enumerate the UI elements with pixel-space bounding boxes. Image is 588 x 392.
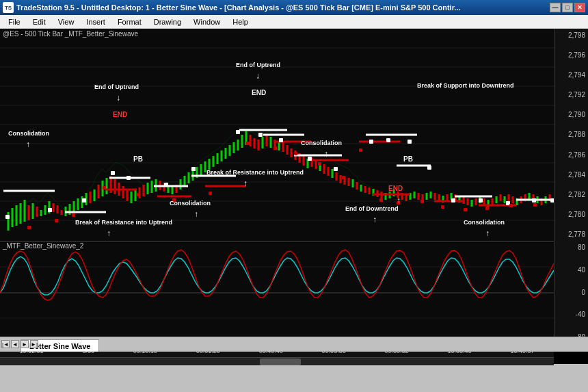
svg-rect-193 [246,142,250,145]
svg-rect-178 [386,138,390,142]
svg-rect-170 [164,183,168,187]
svg-rect-166 [48,208,52,212]
osc-neg40: -40 [556,311,587,318]
price-chart-svg [0,29,554,241]
svg-rect-180 [427,166,431,170]
y-axis-price: 2,798 2,796 2,794 2,792 2,790 2,788 2,78… [554,29,588,241]
chart-label: @ES - 500 Tick Bar _MTF_Better_Sinewave [3,30,138,38]
annotation-end-uptrend-1: End of Uptrend [94,83,139,90]
svg-rect-173 [258,133,263,137]
menu-file[interactable]: File [3,16,26,27]
oscillator-svg [0,241,554,343]
svg-rect-179 [407,140,412,144]
window-title: TradeStation 9.5 - Untitled Desktop: 1 -… [16,3,550,12]
window-controls[interactable]: — □ ✕ [550,3,585,12]
svg-rect-169 [126,176,131,180]
main-chart[interactable]: Consolidation ↑ Break of Resistance into… [0,29,554,241]
maximize-button[interactable]: □ [562,3,573,12]
arrow-end-downtrend: ↑ [373,215,377,224]
svg-rect-195 [294,152,297,155]
close-button[interactable]: ✕ [574,3,585,12]
price-2784: 2,784 [556,171,587,179]
price-2792: 2,792 [556,91,587,99]
svg-rect-189 [103,186,106,190]
arrow-break-resistance-1: ↑ [107,228,111,238]
arrow-break-resistance-2: ↑ [243,179,248,188]
osc-0: 0 [556,289,587,296]
menu-bar: File Edit View Insert Format Drawing Win… [0,15,588,29]
svg-rect-206 [533,203,537,207]
annotation-pb-2: PB [403,155,413,163]
price-2796: 2,796 [556,51,587,59]
svg-rect-187 [55,219,58,222]
annotation-break-resistance-2: Break of Resistance into Uptrend [206,169,304,176]
osc-40: 40 [556,266,587,274]
annotation-consolidation-4: Consolidation [464,219,505,226]
price-2798: 2,798 [556,31,587,39]
menu-window[interactable]: Window [188,16,226,27]
tab-prev-button[interactable]: ◄ [11,340,19,348]
chart-container: @ES - 500 Tick Bar _MTF_Better_Sinewave [0,29,588,364]
svg-rect-196 [318,162,321,166]
tab-label: Better Sine Wave [29,342,90,350]
horizontal-scrollbar[interactable] [0,357,554,365]
menu-edit[interactable]: Edit [27,16,51,27]
menu-drawing[interactable]: Drawing [148,16,187,27]
annotation-consolidation-2: Consolidation [170,200,211,207]
svg-rect-177 [369,140,373,144]
menu-format[interactable]: Format [112,16,147,27]
svg-rect-188 [72,213,75,217]
menu-view[interactable]: View [53,16,80,27]
svg-rect-184 [532,198,536,202]
price-2780: 2,780 [556,211,587,218]
price-2790: 2,790 [556,111,587,118]
osc-80: 80 [556,244,587,251]
svg-rect-203 [464,208,467,211]
price-2782: 2,782 [556,191,587,198]
svg-rect-194 [273,146,277,150]
svg-rect-198 [359,148,362,152]
scroll-thumb[interactable] [260,358,301,365]
arrow-consolidation-2: ↑ [194,209,198,219]
svg-rect-182 [479,198,483,202]
arrow-end-red-2: ↑ [397,196,401,205]
svg-rect-167 [82,198,86,202]
svg-rect-192 [209,192,212,195]
annotation-end-downtrend: End of Downtrend [345,205,399,212]
svg-rect-197 [342,176,345,179]
svg-rect-176 [334,167,338,171]
menu-help[interactable]: Help [227,16,254,27]
minimize-button[interactable]: — [550,3,561,12]
svg-rect-199 [379,198,383,202]
arrow-consolidation-4: ↑ [485,228,490,238]
svg-rect-172 [236,130,240,134]
oscillator-chart[interactable] [0,241,554,343]
annotation-consolidation-3: Consolidation [301,140,342,146]
svg-rect-181 [451,198,455,202]
annotation-end-red-2: END [388,185,403,192]
svg-rect-202 [441,205,444,209]
annotation-pb-1: PB [133,155,143,163]
oscillator-label: _MTF_Better_Sinewave_2 [3,242,83,250]
svg-rect-168 [111,171,115,175]
svg-rect-186 [27,226,31,229]
arrow-consolidation-1: ↑ [26,140,30,149]
svg-rect-190 [137,193,140,196]
menu-insert[interactable]: Insert [81,16,111,27]
annotation-break-resistance-1: Break of Resistance into Uptrend [75,219,172,226]
arrow-end-uptrend-1: ↓ [116,93,120,103]
tab-last-button[interactable]: ►| [30,340,38,348]
annotation-end-2: END [252,89,266,96]
price-2786: 2,786 [556,151,587,159]
annotation-end-1: END [113,111,127,118]
tab-first-button[interactable]: |◄ [1,340,10,348]
price-2794: 2,794 [556,71,587,79]
svg-rect-171 [191,167,196,171]
svg-rect-205 [509,204,513,207]
annotation-end-uptrend-2: End of Uptrend [236,62,280,68]
annotation-consolidation-1: Consolidation [8,130,49,137]
tab-next-button[interactable]: ► [21,340,29,348]
price-2778: 2,778 [556,231,587,238]
title-bar: TS TradeStation 9.5 - Untitled Desktop: … [0,0,588,15]
annotation-break-support: Break of Support into Downtrend [417,82,514,89]
